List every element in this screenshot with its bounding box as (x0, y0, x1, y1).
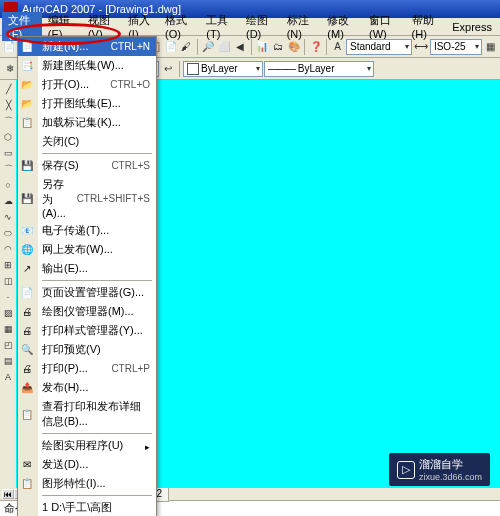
color-label: ByLayer (201, 63, 238, 74)
dcenter-icon[interactable]: 🗂 (270, 39, 285, 55)
file-menu-item[interactable]: 📤发布(H)... (18, 378, 156, 397)
menu-item-icon: 🖨 (20, 362, 34, 376)
file-menu-item[interactable]: 📧电子传递(T)... (18, 221, 156, 240)
zoom-rt-icon[interactable]: 🔎 (201, 39, 216, 55)
menu-dim[interactable]: 标注(N) (281, 12, 322, 41)
arc-icon[interactable]: ⌒ (1, 162, 15, 176)
menu-item-label: 打开图纸集(E)... (42, 96, 121, 111)
menu-modify[interactable]: 修改(M) (321, 12, 363, 41)
separator (251, 39, 252, 55)
zoom-prev-icon[interactable]: ◀ (233, 39, 248, 55)
new-icon[interactable]: 📄 (2, 39, 17, 55)
menu-item-icon: 📋 (20, 407, 34, 421)
menu-item-label: 发布(H)... (42, 380, 88, 395)
file-menu-item[interactable]: 💾保存(S)CTRL+S (18, 156, 156, 175)
file-menu-item[interactable]: 🖨打印样式管理器(Y)... (18, 321, 156, 340)
pline-icon[interactable]: ⌒ (1, 114, 15, 128)
mtext-icon[interactable]: A (1, 370, 15, 384)
file-menu-item[interactable]: 关闭(C) (18, 132, 156, 151)
menu-help[interactable]: 帮助(H) (406, 12, 447, 41)
tab-first-button[interactable]: ⏮ (2, 489, 14, 499)
file-menu-item[interactable]: 📄页面设置管理器(G)... (18, 283, 156, 302)
help-icon[interactable]: ❓ (308, 39, 323, 55)
menu-item-label: 打印(P)... (42, 361, 88, 376)
separator (326, 39, 327, 55)
menu-item-label: 关闭(C) (42, 134, 79, 149)
linetype-label: ByLayer (298, 63, 335, 74)
xline-icon[interactable]: ╳ (1, 98, 15, 112)
file-menu-item[interactable]: 📋图形特性(I)... (18, 474, 156, 493)
paste-icon[interactable]: 📄 (163, 39, 178, 55)
menu-tools[interactable]: 工具(T) (200, 12, 240, 41)
menu-item-shortcut: CTRL+P (111, 363, 150, 374)
menu-item-icon: ↗ (20, 262, 34, 276)
menu-item-shortcut: CTRL+SHIFT+S (77, 193, 150, 204)
dim-style-label: ISO-25 (434, 41, 466, 52)
file-menu-item[interactable]: 📂打开图纸集(E)... (18, 94, 156, 113)
menu-item-label: 另存为(A)... (42, 177, 69, 219)
ellipse-icon[interactable]: ⬭ (1, 226, 15, 240)
style-icon[interactable]: A (330, 39, 345, 55)
watermark: ▷ 溜溜自学 zixue.3d66.com (389, 453, 490, 486)
menu-item-label: 发送(D)... (42, 457, 88, 472)
polygon-icon[interactable]: ⬡ (1, 130, 15, 144)
linetype-dropdown[interactable]: ——— ByLayer (264, 61, 374, 77)
region-icon[interactable]: ◰ (1, 338, 15, 352)
menu-item-icon: 💾 (20, 191, 34, 205)
menu-item-label: 绘图仪管理器(M)... (42, 304, 134, 319)
match-icon[interactable]: 🖌 (179, 39, 194, 55)
layer-mgr-icon[interactable]: ❄ (2, 61, 18, 77)
hatch-icon[interactable]: ▨ (1, 306, 15, 320)
circle-icon[interactable]: ○ (1, 178, 15, 192)
props-icon[interactable]: 📊 (255, 39, 270, 55)
table-draw-icon[interactable]: ▤ (1, 354, 15, 368)
text-style-label: Standard (350, 41, 391, 52)
file-menu-item[interactable]: 1 D:\手工\高图\Drawing1.dwg (18, 498, 156, 516)
point-icon[interactable]: · (1, 290, 15, 304)
rect-icon[interactable]: ▭ (1, 146, 15, 160)
zoom-win-icon[interactable]: ⬜ (217, 39, 232, 55)
dim-icon[interactable]: ⟷ (413, 39, 429, 55)
color-dropdown[interactable]: ByLayer (183, 61, 263, 77)
file-menu-item[interactable]: 📋查看打印和发布详细信息(B)... (18, 397, 156, 431)
file-menu-item[interactable]: ✉发送(D)... (18, 455, 156, 474)
table-icon[interactable]: ▦ (483, 39, 498, 55)
revcloud-icon[interactable]: ☁ (1, 194, 15, 208)
spline-icon[interactable]: ∿ (1, 210, 15, 224)
menu-item-icon (20, 135, 34, 149)
file-menu-item[interactable]: 📑新建图纸集(W)... (18, 56, 156, 75)
file-menu-item[interactable]: 绘图实用程序(U) (18, 436, 156, 455)
file-menu-item[interactable]: 📄新建(N)...CTRL+N (18, 37, 156, 56)
menu-item-icon (20, 439, 34, 453)
menu-format[interactable]: 格式(O) (159, 12, 200, 41)
file-menu-item[interactable]: 📋加载标记集(K)... (18, 113, 156, 132)
text-style-dropdown[interactable]: Standard (346, 39, 412, 55)
gradient-icon[interactable]: ▦ (1, 322, 15, 336)
menu-window[interactable]: 窗口(W) (363, 12, 406, 41)
file-menu-item[interactable]: 💾另存为(A)...CTRL+SHIFT+S (18, 175, 156, 221)
watermark-name: 溜溜自学 (419, 458, 463, 470)
insert-icon[interactable]: ⊞ (1, 258, 15, 272)
file-menu-item[interactable]: 🌐网上发布(W)... (18, 240, 156, 259)
file-menu-item[interactable]: 🖨绘图仪管理器(M)... (18, 302, 156, 321)
block-icon[interactable]: ◫ (1, 274, 15, 288)
file-menu-item[interactable]: 🖨打印(P)...CTRL+P (18, 359, 156, 378)
tpalette-icon[interactable]: 🎨 (286, 39, 301, 55)
dim-style-dropdown[interactable]: ISO-25 (430, 39, 482, 55)
separator (197, 39, 198, 55)
menu-draw[interactable]: 绘图(D) (240, 12, 281, 41)
file-menu-item[interactable]: ↗输出(E)... (18, 259, 156, 278)
menu-item-shortcut: CTRL+O (110, 79, 150, 90)
layer-prev-icon[interactable]: ↩ (160, 61, 176, 77)
menu-item-icon: 📂 (20, 97, 34, 111)
watermark-url: zixue.3d66.com (419, 472, 482, 482)
menu-item-label: 网上发布(W)... (42, 242, 113, 257)
ellarc-icon[interactable]: ◠ (1, 242, 15, 256)
file-menu-item[interactable]: 🔍打印预览(V) (18, 340, 156, 359)
file-menu-item[interactable]: 📂打开(O)...CTRL+O (18, 75, 156, 94)
menu-express[interactable]: Express (446, 20, 498, 34)
line-icon[interactable]: ╱ (1, 82, 15, 96)
draw-toolbar: ╱ ╳ ⌒ ⬡ ▭ ⌒ ○ ☁ ∿ ⬭ ◠ ⊞ ◫ · ▨ ▦ ◰ ▤ A (0, 80, 16, 488)
menu-item-icon: 📑 (20, 59, 34, 73)
menu-item-label: 加载标记集(K)... (42, 115, 121, 130)
